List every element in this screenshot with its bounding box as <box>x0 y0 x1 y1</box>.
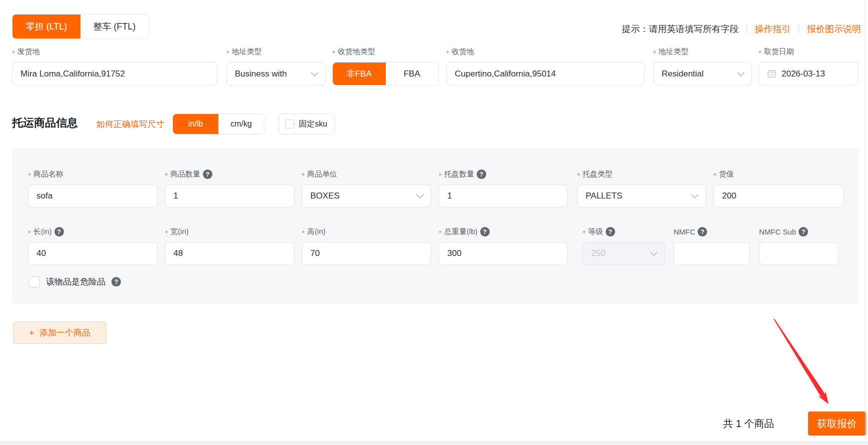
product-unit-select[interactable]: BOXES <box>302 184 431 208</box>
dest-type-non-fba[interactable]: 非FBA <box>333 62 386 85</box>
pallet-qty-input[interactable] <box>439 184 568 208</box>
tab-ltl[interactable]: 零担 (LTL) <box>12 14 80 38</box>
field-label: * 商品名称 <box>28 168 157 180</box>
width-input[interactable] <box>165 242 294 265</box>
product-name-input[interactable] <box>28 184 157 208</box>
help-icon[interactable]: ? <box>480 227 490 236</box>
size-guide-link[interactable]: 如何正确填写尺寸 <box>96 118 164 130</box>
field-dest-address-type: * 地址类型 Residential <box>653 46 752 86</box>
dest-address-type-select[interactable]: Residential <box>653 62 752 86</box>
selected-value: 250 <box>591 248 605 258</box>
field-label: * 总重量(lb) ? <box>439 226 568 237</box>
label-text: 高(in) <box>307 227 326 236</box>
origin-input[interactable] <box>12 62 217 86</box>
selected-value: PALLETS <box>586 191 622 201</box>
field-length: * 长(in) ? <box>28 226 157 265</box>
selected-value: Business with <box>235 69 287 79</box>
product-qty-input[interactable] <box>165 184 294 208</box>
required-mark: * <box>28 228 31 237</box>
field-label: * 高(in) <box>302 226 431 237</box>
field-destination: * 收货地 <box>446 46 645 86</box>
calendar-icon <box>767 69 777 78</box>
label-text: 宽(in) <box>170 227 189 236</box>
help-icon[interactable]: ? <box>799 227 808 236</box>
nmfc-sub-input[interactable] <box>759 242 839 265</box>
get-quote-button[interactable]: 获取报价 <box>808 412 866 436</box>
cargo-value-input[interactable] <box>714 184 844 208</box>
item-count-text: 共 1 个商品 <box>723 418 774 430</box>
field-label: * 商品单位 <box>302 168 431 180</box>
add-item-button[interactable]: + 添加一个商品 <box>13 322 106 344</box>
label-text: 长(in) <box>33 227 52 236</box>
label-text: 托盘数量 <box>444 170 474 179</box>
nmfc-input[interactable] <box>674 242 750 265</box>
field-pickup-date: * 取货日期 2026-03-13 <box>759 46 859 86</box>
fixed-sku-checkbox[interactable] <box>285 120 294 128</box>
label-text: 总重量(lb) <box>444 227 478 236</box>
selected-value: Residential <box>662 69 704 79</box>
operation-guide-link[interactable]: 操作指引 <box>755 23 791 35</box>
field-origin: * 发货地 <box>12 46 217 86</box>
field-nmfc-sub: NMFC Sub ? <box>759 226 839 265</box>
required-mark: * <box>302 171 305 180</box>
destination-input[interactable] <box>446 62 645 86</box>
add-item-label: 添加一个商品 <box>39 327 90 338</box>
pickup-date-value: 2026-03-13 <box>782 69 825 79</box>
shipping-mode-tabs: 零担 (LTL) 整车 (FTL) <box>12 14 149 39</box>
field-label: NMFC ? <box>674 226 750 237</box>
dangerous-goods-label: 该物品是危险品 <box>46 276 105 288</box>
required-mark: * <box>439 228 442 237</box>
required-mark: * <box>12 48 15 57</box>
help-icon[interactable]: ? <box>111 277 121 286</box>
page-bottom-divider <box>0 442 868 445</box>
total-weight-input[interactable] <box>439 242 568 265</box>
selected-value: BOXES <box>310 191 340 201</box>
field-freight-class: * 等级 ? 250 <box>583 226 665 265</box>
height-input[interactable] <box>302 242 431 265</box>
field-label: * 长(in) ? <box>28 226 157 237</box>
field-label: * 托盘类型 <box>577 168 706 180</box>
item-card: * 商品名称 * 商品数量 ? * 商品单位 BOXES <box>12 148 859 304</box>
dest-type-fba[interactable]: FBA <box>386 62 439 85</box>
field-total-weight: * 总重量(lb) ? <box>439 226 568 265</box>
field-product-name: * 商品名称 <box>28 168 157 208</box>
freight-quote-form: 零担 (LTL) 整车 (FTL) 提示：请用英语填写所有字段 | 操作指引 |… <box>0 0 868 445</box>
label-text: 取货日期 <box>764 47 794 56</box>
unit-in-lb[interactable]: in/lb <box>173 114 218 134</box>
field-label: * 收货地类型 <box>332 46 439 57</box>
chevron-down-icon <box>691 191 699 199</box>
fixed-sku-label: 固定sku <box>299 119 327 130</box>
chevron-down-icon <box>737 68 745 76</box>
required-mark: * <box>332 48 335 57</box>
help-icon[interactable]: ? <box>477 170 486 179</box>
dangerous-goods-checkbox[interactable] <box>29 276 40 288</box>
label-text: 商品数量 <box>170 170 200 179</box>
quote-diagram-link[interactable]: 报价图示说明 <box>807 23 861 35</box>
chevron-down-icon <box>416 191 424 199</box>
tab-ftl[interactable]: 整车 (FTL) <box>80 14 148 38</box>
pallet-type-select[interactable]: PALLETS <box>577 184 706 208</box>
required-mark: * <box>165 171 168 180</box>
length-input[interactable] <box>28 242 157 265</box>
required-mark: * <box>439 171 442 180</box>
chevron-down-icon <box>311 68 319 76</box>
fixed-sku-option[interactable]: 固定sku <box>279 114 335 134</box>
help-icon[interactable]: ? <box>203 170 212 179</box>
pickup-date-picker[interactable]: 2026-03-13 <box>759 62 859 86</box>
dest-type-toggle: 非FBA FBA <box>332 62 439 86</box>
origin-address-type-select[interactable]: Business with <box>226 62 326 86</box>
field-cargo-value: * 货值 <box>714 168 844 208</box>
field-label: * 货值 <box>714 168 844 180</box>
separator: | <box>746 24 748 34</box>
help-icon[interactable]: ? <box>606 227 615 236</box>
scrollbar-track[interactable] <box>865 0 866 445</box>
unit-cm-kg[interactable]: cm/kg <box>218 114 264 134</box>
label-text: NMFC <box>674 228 695 236</box>
label-text: 等级 <box>588 227 603 236</box>
help-icon[interactable]: ? <box>698 227 707 236</box>
help-icon[interactable]: ? <box>54 227 64 236</box>
label-text: 发货地 <box>17 47 40 56</box>
field-label: * 托盘数量 ? <box>439 168 568 180</box>
required-mark: * <box>653 48 656 57</box>
field-product-unit: * 商品单位 BOXES <box>302 168 431 208</box>
